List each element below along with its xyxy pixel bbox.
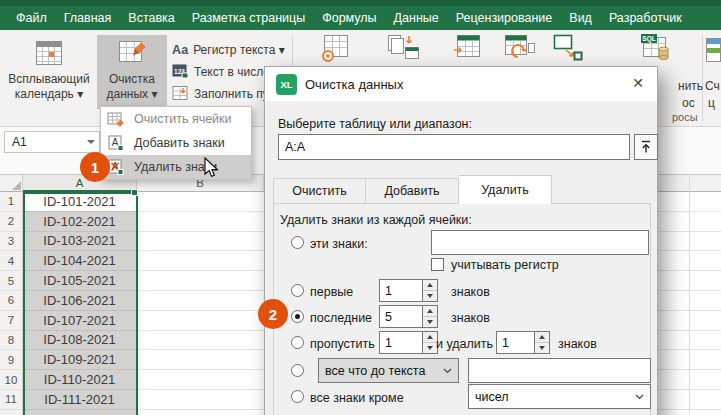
selection-handle[interactable] bbox=[131, 189, 138, 196]
cell-B9[interactable] bbox=[137, 350, 264, 370]
cell-A3[interactable]: ID-103-2021 bbox=[23, 232, 137, 252]
ribbon-tab-вставка[interactable]: Вставка bbox=[128, 7, 174, 29]
popup-calendar-button[interactable]: Всплывающий календарь ▾ bbox=[3, 35, 95, 109]
row-header-1[interactable]: 1 bbox=[0, 192, 23, 212]
skip-count-stepper[interactable]: 1 bbox=[379, 331, 438, 354]
data-cleaning-button[interactable]: Очистка данных ▾ bbox=[97, 35, 167, 109]
ribbon-tab-главная[interactable]: Главная bbox=[64, 7, 112, 29]
close-icon[interactable]: ✕ bbox=[632, 75, 644, 91]
cell-B8[interactable] bbox=[137, 331, 264, 351]
cell-B2[interactable] bbox=[137, 212, 264, 232]
menu-item-add-chars[interactable]: AДобавить знаки bbox=[101, 131, 251, 155]
sql-database-icon[interactable]: SQL bbox=[640, 33, 670, 66]
refresh-table-icon[interactable] bbox=[502, 34, 536, 66]
table-gear-icon[interactable] bbox=[320, 34, 350, 66]
ribbon-tab-вид[interactable]: Вид bbox=[569, 7, 592, 29]
dialog-tab-удалить[interactable]: Удалить bbox=[459, 175, 552, 204]
duplicate-sheets-icon[interactable] bbox=[386, 34, 420, 66]
stepper-down-icon[interactable] bbox=[423, 343, 437, 353]
dialog-titlebar[interactable]: XL Очистка данных ✕ bbox=[265, 67, 657, 101]
first-count-value[interactable]: 1 bbox=[380, 280, 422, 301]
covered-button-fragment[interactable]: Сч bbox=[705, 79, 720, 93]
cell-A6[interactable]: ID-106-2021 bbox=[23, 291, 137, 311]
dialog-tab-добавить[interactable]: Добавить bbox=[366, 178, 459, 204]
last-count-stepper[interactable]: 5 bbox=[379, 305, 438, 328]
cell-A10[interactable]: ID-110-2021 bbox=[23, 370, 137, 390]
ribbon-tab-разметка страницы[interactable]: Разметка страницы bbox=[192, 7, 305, 29]
ribbon-tab-данные[interactable]: Данные bbox=[394, 7, 439, 29]
cell-B4[interactable] bbox=[137, 251, 264, 271]
row-header-7[interactable]: 7 bbox=[0, 311, 23, 331]
stepper-up-icon[interactable] bbox=[423, 306, 437, 317]
cell-B1[interactable] bbox=[137, 192, 264, 212]
row-header-12[interactable]: 12 bbox=[0, 410, 23, 415]
stepper-up-icon[interactable] bbox=[423, 280, 437, 291]
mini-table-icon[interactable] bbox=[706, 38, 721, 66]
cell-B6[interactable] bbox=[137, 291, 264, 311]
radio-first[interactable] bbox=[291, 284, 304, 297]
cell-A9[interactable]: ID-109-2021 bbox=[23, 350, 137, 370]
row-header-10[interactable]: 10 bbox=[0, 370, 23, 390]
cell-A12[interactable] bbox=[23, 410, 137, 415]
cell-B11[interactable] bbox=[137, 390, 264, 410]
row-header-5[interactable]: 5 bbox=[0, 271, 23, 291]
first-count-stepper[interactable]: 1 bbox=[379, 279, 438, 302]
row-header-6[interactable]: 6 bbox=[0, 291, 23, 311]
row-header-8[interactable]: 8 bbox=[0, 331, 23, 351]
case-sensitive-checkbox[interactable] bbox=[431, 258, 444, 271]
these-chars-input[interactable] bbox=[431, 230, 649, 255]
cell-A11[interactable]: ID-111-2021 bbox=[23, 390, 137, 410]
stepper-down-icon[interactable] bbox=[423, 291, 437, 301]
ribbon-tab-формулы[interactable]: Формулы bbox=[322, 7, 376, 29]
name-box[interactable]: A1 bbox=[4, 131, 100, 153]
delete-count-value[interactable]: 1 bbox=[497, 332, 534, 353]
cell-B12[interactable] bbox=[137, 410, 264, 415]
cell-B10[interactable] bbox=[137, 370, 264, 390]
stepper-down-icon[interactable] bbox=[423, 317, 437, 327]
before-text-dropdown[interactable]: все что до текста bbox=[318, 358, 459, 383]
cell-A2[interactable]: ID-102-2021 bbox=[23, 212, 137, 232]
text-to-number-button[interactable]: 123 Текст в число bbox=[172, 62, 270, 82]
ribbon-tab-разработчик[interactable]: Разработчик bbox=[609, 7, 682, 29]
skip-count-value[interactable]: 1 bbox=[380, 332, 422, 353]
all-except-dropdown[interactable]: чисел bbox=[468, 384, 651, 409]
name-box-dropdown-icon[interactable] bbox=[83, 140, 99, 144]
ribbon-tab-рецензирование[interactable]: Рецензирование bbox=[456, 7, 553, 29]
row-header-2[interactable]: 2 bbox=[0, 212, 23, 232]
cell-A7[interactable]: ID-107-2021 bbox=[23, 311, 137, 331]
range-input[interactable]: A:A bbox=[278, 134, 630, 160]
row-header-9[interactable]: 9 bbox=[0, 350, 23, 370]
split-cell-icon[interactable] bbox=[552, 34, 584, 66]
before-text-input[interactable] bbox=[468, 358, 651, 383]
radio-these-chars[interactable] bbox=[291, 236, 304, 249]
ribbon-tab-файл[interactable]: Файл bbox=[16, 7, 47, 29]
row-header-3[interactable]: 3 bbox=[0, 232, 23, 252]
stepper-up-icon[interactable] bbox=[535, 332, 549, 343]
text-case-button[interactable]: Аа Регистр текста ▾ bbox=[172, 40, 285, 60]
covered-button-fragment[interactable]: ц bbox=[708, 96, 715, 110]
cell-A5[interactable]: ID-105-2021 bbox=[23, 271, 137, 291]
insert-table-icon[interactable] bbox=[452, 34, 482, 66]
cell-B3[interactable] bbox=[137, 232, 264, 252]
stepper-up-icon[interactable] bbox=[423, 332, 437, 343]
range-picker-button[interactable] bbox=[634, 134, 658, 160]
menu-item-clean-cells[interactable]: Очистить ячейки bbox=[101, 107, 251, 131]
covered-button-fragment[interactable]: нить bbox=[678, 79, 703, 93]
cell-A4[interactable]: ID-104-2021 bbox=[23, 251, 137, 271]
row-header-11[interactable]: 11 bbox=[0, 390, 23, 410]
radio-all-except[interactable] bbox=[291, 390, 304, 403]
radio-last[interactable] bbox=[291, 310, 304, 323]
radio-skip[interactable] bbox=[291, 336, 304, 349]
cell-A1[interactable]: ID-101-2021 bbox=[23, 192, 137, 212]
covered-button-fragment[interactable]: ос bbox=[682, 96, 695, 110]
cell-B5[interactable] bbox=[137, 271, 264, 291]
row-header-4[interactable]: 4 bbox=[0, 251, 23, 271]
radio-before-text[interactable] bbox=[291, 364, 304, 377]
dialog-tab-очистить[interactable]: Очистить bbox=[273, 178, 366, 204]
cell-A8[interactable]: ID-108-2021 bbox=[23, 331, 137, 351]
menu-item-delete-chars[interactable]: AУдалить знаки bbox=[101, 155, 251, 179]
cell-B7[interactable] bbox=[137, 311, 264, 331]
select-all-corner[interactable] bbox=[0, 175, 23, 192]
last-count-value[interactable]: 5 bbox=[380, 306, 422, 327]
stepper-down-icon[interactable] bbox=[535, 343, 549, 353]
